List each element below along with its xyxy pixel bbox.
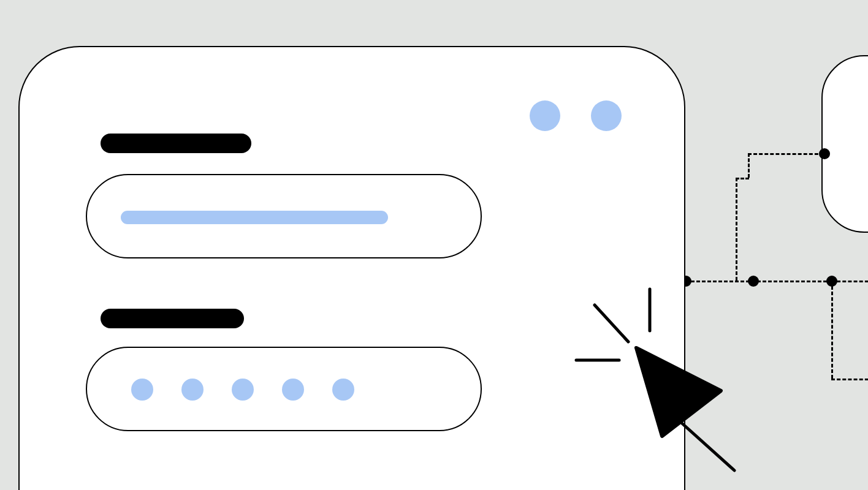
- password-mask-dot: [181, 379, 204, 401]
- password-mask-dot: [332, 379, 354, 401]
- window-control-dot[interactable]: [530, 100, 560, 131]
- click-cursor-icon: [570, 287, 742, 483]
- connector-segment: [736, 178, 737, 281]
- connector-segment: [748, 153, 750, 178]
- field-label-placeholder: [101, 134, 251, 153]
- connector-segment: [748, 153, 824, 155]
- connector-segment: [736, 178, 749, 179]
- field-label-placeholder: [101, 309, 244, 328]
- connector-node: [748, 276, 759, 287]
- text-input-value-placeholder: [121, 211, 388, 224]
- connector-node: [819, 148, 830, 159]
- window-control-dot[interactable]: [591, 100, 622, 131]
- connector-segment: [831, 379, 868, 380]
- svg-line-0: [595, 305, 628, 342]
- connector-segment: [831, 281, 833, 379]
- password-mask-dot: [232, 379, 254, 401]
- connector-node: [826, 276, 837, 287]
- password-mask-dot: [282, 379, 304, 401]
- svg-line-3: [673, 415, 734, 470]
- side-card: [821, 55, 868, 233]
- connector-segment: [685, 281, 832, 282]
- password-mask-dot: [131, 379, 153, 401]
